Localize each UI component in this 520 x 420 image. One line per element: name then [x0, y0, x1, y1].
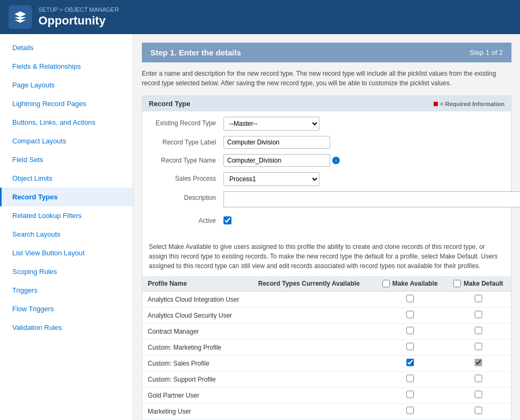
- make-available-checkbox[interactable]: [406, 343, 414, 350]
- sales-process-row: Sales Process Process1: [142, 172, 511, 186]
- sidebar-item-search-layouts[interactable]: Search Layouts: [0, 225, 133, 244]
- make-default-checkbox[interactable]: [475, 343, 482, 350]
- make-default-checkbox[interactable]: [475, 375, 482, 382]
- make-available-checkbox[interactable]: [406, 391, 414, 398]
- step-header: Step 1. Enter the details Step 1 of 2: [142, 43, 511, 62]
- sidebar-item-object-limits[interactable]: Object Limits: [0, 169, 133, 188]
- required-dot: [434, 102, 438, 106]
- sidebar-item-scoping-rules[interactable]: Scoping Rules: [0, 262, 133, 281]
- description-value: [223, 191, 520, 209]
- make-available-cell: [374, 356, 445, 371]
- make-default-checkbox[interactable]: [475, 359, 482, 366]
- make-available-cell: [374, 371, 445, 387]
- sales-process-value: Process1: [223, 172, 505, 186]
- sales-process-label: Sales Process: [149, 172, 223, 182]
- description-textarea[interactable]: [223, 191, 520, 207]
- make-available-checkbox[interactable]: [406, 327, 414, 334]
- sidebar-item-record-types[interactable]: Record Types: [0, 188, 133, 206]
- make-default-checkbox[interactable]: [475, 391, 482, 398]
- page-title: Opportunity: [38, 14, 119, 28]
- profile-name-cell: Analytics Cloud Integration User: [142, 292, 253, 308]
- make-default-cell: [446, 324, 511, 340]
- main-layout: DetailsFields & RelationshipsPage Layout…: [0, 34, 520, 420]
- record-types-available-cell: [253, 403, 374, 419]
- sidebar-item-fields-relationships[interactable]: Fields & Relationships: [0, 57, 133, 76]
- record-type-label-row: Record Type Label: [142, 136, 511, 149]
- step-title: Step 1. Enter the details: [150, 48, 241, 57]
- profile-name-cell: Marketing User: [142, 403, 253, 419]
- record-types-available-cell: [253, 340, 374, 356]
- record-types-available-cell: [253, 292, 374, 308]
- make-available-cell: [374, 403, 445, 419]
- profile-description: Select Make Available to give users assi…: [149, 242, 505, 271]
- col-make-available: Make Available: [374, 276, 445, 292]
- table-row: Analytics Cloud Integration User: [142, 292, 511, 308]
- make-default-cell: [446, 292, 511, 308]
- active-checkbox[interactable]: [223, 216, 231, 224]
- table-row: Analytics Cloud Security User: [142, 308, 511, 324]
- sidebar-item-triggers[interactable]: Triggers: [0, 281, 133, 300]
- make-available-header-checkbox[interactable]: [382, 280, 390, 287]
- sales-process-select[interactable]: Process1: [223, 172, 319, 186]
- sidebar-item-related-lookup-filters[interactable]: Related Lookup Filters: [0, 206, 133, 225]
- required-label: = Required Information: [440, 101, 505, 107]
- make-available-cell: [374, 292, 445, 308]
- record-type-label-input[interactable]: [223, 136, 330, 149]
- make-available-checkbox[interactable]: [406, 375, 414, 382]
- make-default-checkbox[interactable]: [475, 407, 482, 414]
- make-default-header-checkbox[interactable]: [453, 280, 461, 287]
- profile-name-cell: Gold Partner User: [142, 387, 253, 403]
- sidebar-item-validation-rules[interactable]: Validation Rules: [0, 318, 133, 337]
- make-default-checkbox[interactable]: [475, 327, 482, 334]
- profile-name-cell: Analytics Cloud Security User: [142, 308, 253, 324]
- header-text-block: SETUP > OBJECT MANAGER Opportunity: [38, 6, 119, 28]
- sidebar-item-flow-triggers[interactable]: Flow Triggers: [0, 300, 133, 318]
- profile-name-cell: Custom: Support Profile: [142, 371, 253, 387]
- record-type-section-title: Record Type: [149, 100, 190, 108]
- existing-record-type-value: --Master--: [223, 117, 505, 131]
- sidebar-item-details[interactable]: Details: [0, 38, 133, 57]
- existing-record-type-select[interactable]: --Master--: [223, 117, 319, 131]
- profile-table-header-row: Profile Name Record Types Currently Avai…: [142, 276, 511, 292]
- profile-name-cell: Contract Manager: [142, 324, 253, 340]
- sidebar-item-field-sets[interactable]: Field Sets: [0, 150, 133, 169]
- sidebar-item-compact-layouts[interactable]: Compact Layouts: [0, 132, 133, 150]
- sidebar-item-page-layouts[interactable]: Page Layouts: [0, 76, 133, 94]
- sidebar-item-list-view-button-layout[interactable]: List View Button Layout: [0, 244, 133, 262]
- main-content: Step 1. Enter the details Step 1 of 2 En…: [133, 34, 520, 420]
- record-type-name-input[interactable]: [223, 154, 330, 167]
- make-available-cell: [374, 387, 445, 403]
- table-row: Marketing User: [142, 403, 511, 419]
- make-default-checkbox[interactable]: [475, 311, 482, 318]
- record-type-label-value: [223, 136, 505, 149]
- sidebar-item-lightning-record-pages[interactable]: Lightning Record Pages: [0, 94, 133, 113]
- sidebar-item-buttons-links-actions[interactable]: Buttons, Links, and Actions: [0, 113, 133, 132]
- table-row: Custom: Marketing Profile: [142, 340, 511, 356]
- layers-icon: [13, 10, 27, 24]
- table-row: Contract Manager: [142, 324, 511, 340]
- record-types-available-cell: [253, 371, 374, 387]
- profile-table: Profile Name Record Types Currently Avai…: [142, 276, 511, 420]
- profile-name-cell: Custom: Sales Profile: [142, 356, 253, 371]
- step-indicator: Step 1 of 2: [469, 49, 503, 56]
- make-default-cell: [446, 387, 511, 403]
- app-icon: [9, 5, 32, 29]
- record-types-available-cell: [253, 308, 374, 324]
- make-available-checkbox[interactable]: [406, 407, 414, 414]
- make-available-checkbox[interactable]: [406, 359, 414, 366]
- active-row: Active: [142, 214, 511, 226]
- make-available-checkbox[interactable]: [406, 295, 414, 302]
- record-type-form: Existing Record Type --Master-- Record T…: [142, 111, 511, 237]
- record-types-available-cell: [253, 387, 374, 403]
- table-row: Custom: Sales Profile: [142, 356, 511, 371]
- make-default-cell: [446, 371, 511, 387]
- active-label: Active: [149, 214, 223, 224]
- info-icon[interactable]: i: [332, 157, 340, 164]
- col-profile-name: Profile Name: [142, 276, 253, 292]
- breadcrumb-object-manager-link[interactable]: OBJECT MANAGER: [65, 6, 119, 13]
- col-record-types-available: Record Types Currently Available: [253, 276, 374, 292]
- make-available-checkbox[interactable]: [406, 311, 414, 318]
- make-default-checkbox[interactable]: [475, 295, 482, 302]
- make-default-cell: [446, 356, 511, 371]
- record-type-name-label: Record Type Name: [149, 154, 223, 164]
